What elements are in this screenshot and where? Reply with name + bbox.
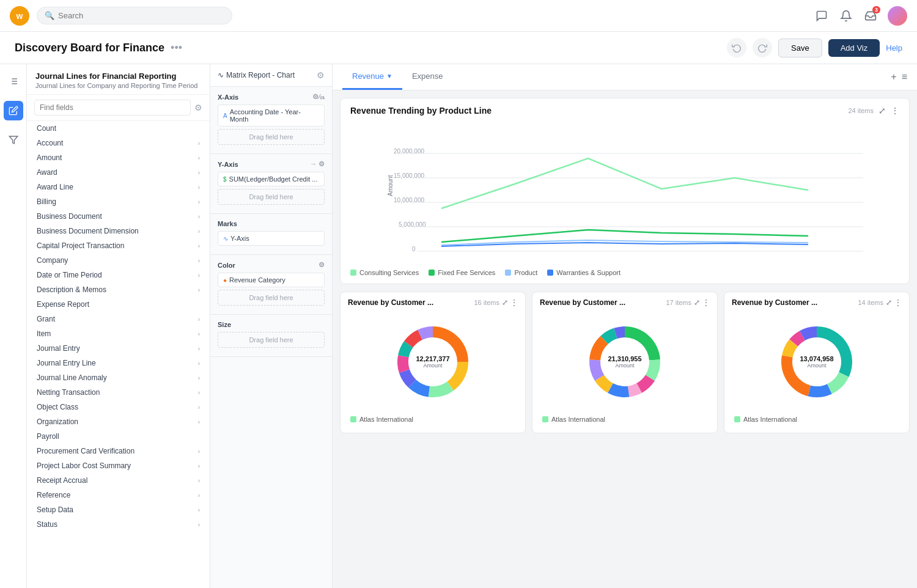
field-search-input[interactable] xyxy=(34,100,191,116)
tab-revenue[interactable]: Revenue ▼ xyxy=(342,64,402,90)
field-item[interactable]: Billing › xyxy=(29,194,207,209)
field-item[interactable]: Netting Transaction › xyxy=(29,385,207,400)
tab-expense[interactable]: Expense xyxy=(402,64,453,90)
marks-pill[interactable]: ∿ Y-Axis xyxy=(218,231,325,246)
x-axis-settings-icon[interactable]: ⚙⁄₀₁ xyxy=(312,93,325,101)
marks-section: Marks ∿ Y-Axis xyxy=(210,214,332,255)
chat-icon[interactable] xyxy=(814,9,829,23)
sidebar-icon-list[interactable] xyxy=(4,72,23,91)
nav-right-actions: 3 xyxy=(814,6,907,26)
color-pill[interactable]: ● Revenue Category xyxy=(218,273,325,287)
config-report-label: ∿ Matrix Report - Chart xyxy=(218,71,295,79)
color-section: Color ⚙ ● Revenue Category Drag field he… xyxy=(210,255,332,315)
donut-segment[interactable] xyxy=(625,326,660,360)
field-item[interactable]: Expense Report xyxy=(29,297,207,312)
donut-legend-color xyxy=(350,416,356,422)
search-bar[interactable]: 🔍 xyxy=(37,7,232,24)
donut-expand-button[interactable]: ⤢ xyxy=(502,298,508,307)
y-axis-settings-icon[interactable]: → ⚙ xyxy=(310,160,325,168)
donut-items: 17 items xyxy=(666,299,691,306)
sidebar-icon-filter[interactable] xyxy=(4,130,23,150)
donut-wrap: 12,217,377 Amount xyxy=(341,311,525,413)
field-item[interactable]: Amount › xyxy=(29,150,207,165)
main-layout: Journal Lines for Financial Reporting Jo… xyxy=(0,64,917,588)
y-axis-label: Y-Axis xyxy=(218,161,238,168)
field-item[interactable]: Setup Data › xyxy=(29,502,207,517)
donut-segment[interactable] xyxy=(817,326,852,377)
page-header: Discovery Board for Finance ••• Save Add… xyxy=(0,32,917,64)
field-item[interactable]: Date or Time Period › xyxy=(29,268,207,282)
field-item[interactable]: Procurement Card Verification › xyxy=(29,444,207,458)
color-pill-icon: ● xyxy=(223,277,227,284)
field-item[interactable]: Journal Entry › xyxy=(29,341,207,356)
y-axis-section: Y-Axis → ⚙ $ SUM(Ledger/Budget Credit ..… xyxy=(210,154,332,214)
x-axis-drag-zone[interactable]: Drag field here xyxy=(218,129,325,145)
tab-add-button[interactable]: + xyxy=(891,72,896,83)
add-viz-button[interactable]: Add Viz xyxy=(828,39,880,57)
bell-icon[interactable] xyxy=(839,9,853,23)
redo-button[interactable] xyxy=(753,38,772,57)
donut-header: Revenue by Customer ... 16 items ⤢ ⋮ xyxy=(341,292,525,311)
color-settings-icon[interactable]: ⚙ xyxy=(319,261,325,269)
field-item[interactable]: Status › xyxy=(29,517,207,532)
x-axis-pill[interactable]: A Accounting Date - Year-Month xyxy=(218,105,325,127)
color-drag-zone[interactable]: Drag field here xyxy=(218,290,325,306)
search-input[interactable] xyxy=(58,11,224,20)
x-axis-label: X-Axis xyxy=(218,94,238,101)
save-button[interactable]: Save xyxy=(778,39,822,57)
y-axis-pill-icon: $ xyxy=(223,176,227,183)
donut-expand-button[interactable]: ⤢ xyxy=(694,298,700,307)
field-item[interactable]: Journal Entry Line › xyxy=(29,356,207,370)
line-chart-legend: Consulting Services Fixed Fee Services P… xyxy=(341,264,909,284)
field-item[interactable]: Count xyxy=(29,121,207,136)
user-avatar[interactable] xyxy=(888,6,907,26)
donut-svg xyxy=(384,313,482,411)
donut-segment[interactable] xyxy=(827,372,849,394)
config-settings-icon[interactable]: ⚙ xyxy=(317,70,325,80)
marks-pill-icon: ∿ xyxy=(223,235,228,242)
donut-expand-button[interactable]: ⤢ xyxy=(886,298,892,307)
field-item[interactable]: Business Document Dimension › xyxy=(29,224,207,238)
field-item[interactable]: Description & Memos › xyxy=(29,282,207,297)
left-panel-subtitle: Journal Lines for Company and Reporting … xyxy=(35,82,201,89)
sidebar-icon-edit[interactable] xyxy=(4,101,23,120)
line-chart-expand-button[interactable]: ⤢ xyxy=(878,106,886,116)
donut-segment[interactable] xyxy=(781,355,811,396)
field-item[interactable]: Award › xyxy=(29,165,207,180)
field-item[interactable]: Receipt Accrual › xyxy=(29,473,207,488)
inbox-icon[interactable]: 3 xyxy=(863,9,878,23)
y-axis-pill[interactable]: $ SUM(Ledger/Budget Credit ... xyxy=(218,172,325,186)
field-item[interactable]: Project Labor Cost Summary › xyxy=(29,458,207,473)
donut-menu-button[interactable]: ⋮ xyxy=(510,298,518,307)
line-chart-menu-button[interactable]: ⋮ xyxy=(891,106,899,116)
donut-menu-button[interactable]: ⋮ xyxy=(702,298,710,307)
tab-menu-button[interactable]: ≡ xyxy=(902,72,907,83)
field-item[interactable]: Grant › xyxy=(29,312,207,326)
field-item[interactable]: Account › xyxy=(29,136,207,150)
field-item[interactable]: Business Document › xyxy=(29,209,207,224)
field-item[interactable]: Item › xyxy=(29,326,207,341)
legend-item: Warranties & Support xyxy=(547,269,621,276)
donut-menu-button[interactable]: ⋮ xyxy=(894,298,902,307)
help-button[interactable]: Help xyxy=(886,43,902,53)
y-axis-drag-zone[interactable]: Drag field here xyxy=(218,189,325,205)
field-item[interactable]: Company › xyxy=(29,253,207,268)
field-item[interactable]: Object Class › xyxy=(29,400,207,414)
donut-legend: Atlas International xyxy=(724,413,909,425)
fields-list: Count Account › Amount › Award › Award L… xyxy=(27,121,210,588)
donut-segment[interactable] xyxy=(433,326,468,362)
x-axis-pill-icon: A xyxy=(223,112,227,119)
page-menu-button[interactable]: ••• xyxy=(171,42,182,54)
field-item[interactable]: Capital Project Transaction › xyxy=(29,238,207,253)
field-item[interactable]: Award Line › xyxy=(29,180,207,194)
title-area: Discovery Board for Finance ••• xyxy=(15,42,182,54)
svg-text:2021-04: 2021-04 xyxy=(649,257,672,257)
field-item[interactable]: Journal Line Anomaly › xyxy=(29,370,207,385)
field-settings-icon[interactable]: ⚙ xyxy=(194,103,202,112)
size-drag-zone[interactable]: Drag field here xyxy=(218,332,325,348)
field-item[interactable]: Payroll xyxy=(29,429,207,444)
logo[interactable]: w xyxy=(10,6,29,26)
field-item[interactable]: Reference › xyxy=(29,488,207,502)
undo-button[interactable] xyxy=(727,38,746,57)
field-item[interactable]: Organization › xyxy=(29,414,207,429)
